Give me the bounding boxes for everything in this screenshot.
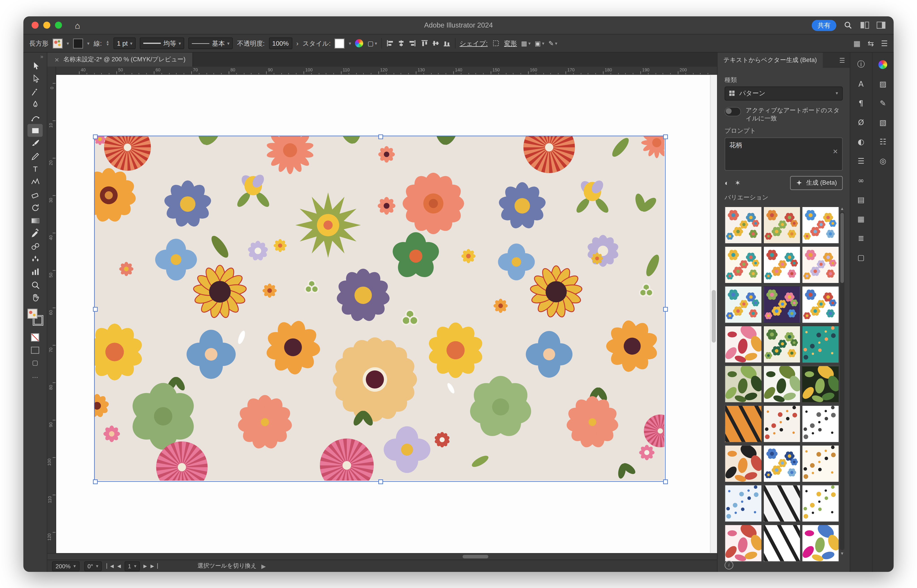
align-left-icon[interactable] [386, 39, 394, 47]
transform-panel-icon[interactable]: ▦ [854, 213, 867, 225]
rotation-dropdown[interactable]: 0°▾ [84, 561, 102, 571]
arrange-documents-icon[interactable]: ▦ [854, 39, 860, 48]
transform-link[interactable]: 変形 [504, 39, 517, 48]
type-dropdown[interactable]: パターン ▾ [725, 87, 843, 100]
close-tab-icon[interactable]: ✕ [54, 57, 59, 63]
gradient-panel-icon[interactable]: ▧ [877, 116, 889, 128]
symbols-panel-icon[interactable]: ◎ [877, 155, 889, 166]
align-top-icon[interactable] [420, 39, 429, 47]
links-panel-icon[interactable]: ∞ [854, 174, 867, 186]
variation-thumbnail-4[interactable] [725, 246, 762, 284]
align-vmiddle-icon[interactable] [432, 39, 440, 47]
opacity-panel-icon[interactable]: › [296, 40, 299, 47]
collapse-tools-icon[interactable]: » [40, 53, 47, 60]
document-arrangement-icon[interactable]: ⇆ [867, 39, 874, 48]
style-swatch[interactable] [335, 38, 344, 48]
variation-thumbnail-11[interactable] [763, 326, 801, 363]
shaper-tool[interactable] [27, 176, 43, 188]
workspace-layout-icon[interactable] [860, 20, 869, 30]
paintbrush-tool[interactable] [27, 137, 43, 150]
curvature-tool[interactable] [27, 111, 43, 124]
layers-panel-icon[interactable]: ▤ [854, 194, 867, 205]
scroll-down-icon[interactable]: ▼ [840, 551, 844, 555]
style-chevron-icon[interactable]: ▾ [349, 41, 351, 46]
zoom-tool[interactable] [27, 278, 43, 291]
variation-thumbnail-3[interactable] [802, 206, 839, 244]
variation-thumbnail-25[interactable] [725, 525, 762, 562]
horizontal-ruler[interactable]: 4050607080901001101201301401501601701801… [56, 67, 717, 75]
brush-options-icon[interactable]: ✎▾ [548, 39, 558, 47]
transform-grid-icon[interactable]: ▦▾ [521, 39, 530, 47]
close-window-button[interactable] [32, 22, 39, 29]
opacity-field[interactable]: 100% [268, 37, 292, 49]
variation-thumbnail-15[interactable] [802, 365, 839, 403]
graph-tool[interactable] [27, 265, 43, 278]
stroke-chevron-icon[interactable]: ▾ [87, 41, 89, 46]
search-icon[interactable] [843, 20, 853, 30]
blend-tool[interactable] [27, 240, 43, 252]
variation-thumbnail-24[interactable] [802, 485, 839, 522]
zoom-window-button[interactable] [55, 22, 62, 29]
draw-mode-icon[interactable] [31, 347, 39, 354]
variation-thumbnail-27[interactable] [802, 525, 839, 562]
swatches-panel-icon[interactable]: ▨ [877, 78, 889, 89]
opentype-panel-icon[interactable]: Ø [854, 116, 867, 128]
artboard-canvas[interactable] [55, 75, 717, 553]
document-setup-icon[interactable]: ▢▾ [368, 39, 377, 47]
artboards-panel-icon[interactable]: ▢ [854, 251, 867, 263]
paragraph-panel-icon[interactable]: ¶ [854, 97, 867, 109]
workspace-switcher-icon[interactable]: ☰ [881, 39, 888, 48]
stroke-profile-dropdown[interactable]: 均等▾ [140, 37, 184, 49]
last-artboard-icon[interactable]: ▶▕ [150, 564, 158, 569]
symbol-sprayer-tool[interactable] [27, 252, 43, 265]
selection-tool[interactable] [27, 60, 43, 72]
stroke-swatch[interactable] [73, 38, 83, 48]
align-bottom-icon[interactable] [443, 39, 451, 47]
share-button[interactable]: 共有 [812, 20, 836, 31]
brushes-panel-icon[interactable]: ✎ [877, 97, 889, 109]
type-tool[interactable]: T [27, 163, 43, 175]
align-hcenter-icon[interactable] [397, 39, 405, 47]
fill-color-proxy[interactable] [27, 309, 37, 318]
horizontal-scrollbar-thumb[interactable] [463, 555, 488, 559]
variation-thumbnail-14[interactable] [763, 365, 801, 403]
clear-prompt-icon[interactable]: ✕ [833, 148, 838, 155]
vertical-ruler[interactable]: 0102030405060708090100110120 [47, 75, 56, 553]
align-right-icon[interactable] [408, 39, 416, 47]
previous-artboard-icon[interactable]: ◀ [117, 564, 121, 569]
variation-thumbnail-9[interactable] [802, 286, 839, 323]
variation-thumbnail-7[interactable] [725, 286, 762, 323]
direct-selection-tool[interactable] [27, 73, 43, 85]
ruler-origin-corner[interactable] [47, 67, 56, 76]
shape-mode-icon[interactable] [492, 39, 500, 47]
horizontal-scrollbar[interactable] [47, 553, 717, 560]
variation-thumbnail-5[interactable] [763, 246, 801, 284]
eraser-tool[interactable] [27, 188, 43, 201]
variation-thumbnail-17[interactable] [763, 405, 801, 443]
vertical-scrollbar[interactable] [710, 75, 717, 553]
next-artboard-icon[interactable]: ▶ [144, 564, 147, 569]
pencil-tool[interactable] [27, 150, 43, 163]
stroke-weight-stepper[interactable]: ▲▼ [106, 40, 110, 46]
variation-thumbnail-13[interactable] [725, 365, 762, 403]
variation-thumbnail-20[interactable] [763, 445, 801, 482]
variation-thumbnail-21[interactable] [802, 445, 839, 482]
info-panel-icon[interactable]: ⓘ [854, 58, 867, 70]
info-icon[interactable]: i [725, 561, 733, 569]
shape-link[interactable]: シェイプ: [459, 39, 488, 48]
style-reference-icon[interactable]: ◐ [725, 179, 729, 187]
screen-mode-icon[interactable]: ▢ [32, 359, 38, 367]
fill-chevron-icon[interactable]: ▾ [67, 41, 69, 46]
none-swatch-icon[interactable] [31, 333, 39, 342]
variations-scrollbar-thumb[interactable] [841, 213, 844, 283]
fill-swatch[interactable] [53, 38, 63, 48]
prompt-input[interactable]: 花柄 ✕ [725, 137, 843, 171]
scroll-up-icon[interactable]: ▲ [840, 206, 844, 210]
variation-thumbnail-1[interactable] [725, 206, 762, 244]
character-panel-icon[interactable]: A [854, 78, 867, 89]
align-panel-icon[interactable]: ≣ [854, 232, 867, 244]
document-tab[interactable]: ✕ 名称未設定-2* @ 200 % (CMYK/プレビュー) [47, 53, 193, 67]
pen-tool[interactable] [27, 98, 43, 111]
generated-pattern-artwork[interactable] [94, 136, 665, 481]
color-panel-icon[interactable] [877, 58, 889, 70]
